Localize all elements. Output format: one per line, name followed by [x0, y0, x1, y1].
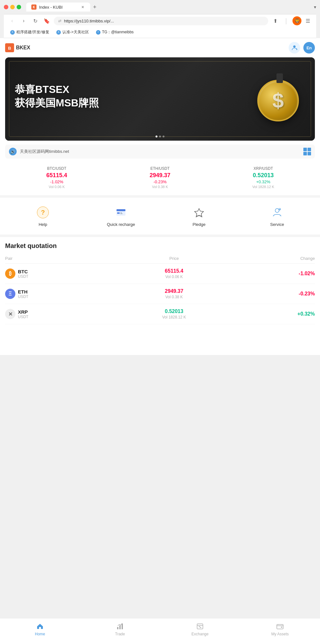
- reload-button[interactable]: ↻: [31, 16, 40, 25]
- nav-exchange-label: Exchange: [191, 632, 208, 636]
- market-preview-xrp[interactable]: XRP/USDT 0.52013 +0.32% Vol 1828.12 K: [212, 165, 315, 190]
- bookmark-item-3[interactable]: T TG：@tianmeibbs: [93, 29, 136, 36]
- svg-rect-20: [277, 624, 283, 629]
- bookmark-favicon-1: 天: [10, 30, 15, 35]
- coin-strap: [276, 73, 283, 83]
- app-logo: B BKEX: [5, 43, 30, 52]
- brave-icon[interactable]: 🦁: [292, 16, 301, 25]
- mp-eth-vol: Vol 0.38 K: [110, 185, 211, 189]
- banner-dot-2[interactable]: [159, 136, 161, 137]
- btc-vol: Vol 0.06 K: [118, 275, 230, 279]
- user-button[interactable]: [289, 42, 300, 54]
- app-wrapper: B BKEX En 恭喜BTSEX 获得美国MSB牌照 $: [0, 38, 320, 355]
- bookmark-label-3: TG：@tianmeibbs: [102, 29, 134, 35]
- banner-title-line2: 获得美国MSB牌照: [15, 96, 99, 110]
- menu-button[interactable]: ☰: [303, 16, 312, 25]
- tab-title: Index - KUBI: [39, 5, 63, 10]
- nav-trade[interactable]: Trade: [80, 621, 160, 638]
- action-quick-recharge[interactable]: Quick recharge: [83, 203, 159, 229]
- marquee-grid-button[interactable]: [303, 148, 311, 155]
- svg-text:B: B: [8, 46, 11, 51]
- header-right: En: [289, 42, 315, 54]
- banner-dot-3[interactable]: [163, 136, 164, 137]
- btc-coin-icon: ₿: [5, 268, 15, 279]
- bottom-nav: Home Trade Exchange: [0, 618, 320, 644]
- xrp-pair-cell: ✕ XRP USDT: [5, 309, 118, 319]
- svg-rect-11: [196, 215, 202, 216]
- maximize-button[interactable]: [17, 5, 21, 9]
- mp-btc-price: 65115.4: [6, 172, 107, 179]
- quick-recharge-icon: [114, 205, 128, 219]
- spacer-bottom: [0, 329, 320, 355]
- banner-coin: $: [257, 73, 302, 125]
- mp-btc-vol: Vol 0.06 K: [6, 185, 107, 189]
- mp-btc-pair: BTC/USDT: [6, 166, 107, 171]
- exchange-icon: [196, 622, 204, 631]
- bookmark-button[interactable]: 🔖: [42, 16, 51, 25]
- table-row[interactable]: ✕ XRP USDT 0.52013 Vol 1828.12 K +0.32%: [5, 304, 315, 324]
- logo-text: BKEX: [16, 45, 30, 51]
- mp-xrp-change: +0.32%: [213, 179, 314, 184]
- market-preview-eth[interactable]: ETH/USDT 2949.37 -0.23% Vol 0.38 K: [108, 165, 212, 190]
- eth-price: 2949.37: [118, 288, 230, 294]
- svg-point-12: [275, 209, 279, 212]
- svg-rect-9: [120, 212, 122, 213]
- grid-dot-3: [303, 152, 307, 155]
- action-quick-recharge-label: Quick recharge: [107, 222, 135, 227]
- xrp-quote: USDT: [18, 315, 28, 319]
- grid-dot-1: [303, 148, 307, 151]
- quick-actions: ? Help Quick recharge: [0, 198, 320, 237]
- xrp-change: +0.32%: [230, 311, 315, 317]
- market-section: Market quotation Pair Price Change ₿ BTC…: [0, 237, 320, 329]
- bookmark-item-1[interactable]: 天 程序搭建/开发/修复: [8, 29, 52, 36]
- share-button[interactable]: ⬆: [271, 16, 280, 25]
- eth-price-cell: 2949.37 Vol 0.38 K: [118, 288, 230, 299]
- eth-pair-cell: Ξ ETH USDT: [5, 289, 118, 299]
- bookmark-favicon-2: 天: [56, 30, 61, 35]
- eth-quote: USDT: [18, 294, 28, 299]
- table-row[interactable]: ₿ BTC USDT 65115.4 Vol 0.06 K -1.02%: [5, 264, 315, 284]
- action-pledge[interactable]: Pledge: [161, 203, 237, 229]
- svg-rect-8: [117, 212, 120, 214]
- market-preview-btc[interactable]: BTC/USDT 65115.4 -1.02% Vol 0.06 K: [5, 165, 108, 190]
- tab-close-button[interactable]: ✕: [80, 4, 85, 10]
- market-section-title: Market quotation: [5, 242, 315, 250]
- svg-rect-16: [122, 624, 123, 629]
- table-row[interactable]: Ξ ETH USDT 2949.37 Vol 0.38 K -0.23%: [5, 284, 315, 304]
- nav-home[interactable]: Home: [0, 621, 80, 638]
- svg-rect-10: [120, 213, 123, 214]
- address-bar[interactable]: ⇄ https://jys110.timibbs.vip/...: [54, 17, 268, 25]
- nav-my-assets[interactable]: My Assets: [240, 621, 320, 638]
- bkex-logo-icon: B: [5, 43, 14, 52]
- mp-btc-change: -1.02%: [6, 179, 107, 184]
- svg-rect-15: [119, 625, 121, 629]
- bookmark-item-2[interactable]: 天 认准->天美社区: [54, 29, 92, 36]
- svg-text:?: ?: [41, 209, 45, 216]
- nav-right-buttons: ⬆ | 🦁 ☰: [271, 16, 312, 25]
- xrp-price: 0.52013: [118, 309, 230, 314]
- close-button[interactable]: [4, 5, 8, 9]
- banner-dot-1[interactable]: [156, 136, 157, 137]
- nav-exchange[interactable]: Exchange: [160, 621, 240, 638]
- bookmark-favicon-3: T: [96, 30, 100, 35]
- btc-pair-cell: ₿ BTC USDT: [5, 268, 118, 279]
- banner-title-line1: 恭喜BTSEX: [15, 83, 99, 96]
- browser-chrome: K Index - KUBI ✕ + ▾ ‹ › ↻ 🔖 ⇄ https://j…: [0, 0, 320, 38]
- mp-xrp-vol: Vol 1828.12 K: [213, 185, 314, 189]
- language-button[interactable]: En: [303, 42, 315, 54]
- btc-quote: USDT: [18, 274, 28, 279]
- tab-chevron-icon[interactable]: ▾: [314, 4, 316, 10]
- coin-dollar-symbol: $: [272, 89, 284, 112]
- action-help-label: Help: [39, 222, 47, 227]
- minimize-button[interactable]: [10, 5, 15, 9]
- new-tab-button[interactable]: +: [90, 3, 99, 12]
- forward-button[interactable]: ›: [19, 16, 28, 25]
- back-button[interactable]: ‹: [8, 16, 17, 25]
- mp-eth-pair: ETH/USDT: [110, 166, 211, 171]
- action-service[interactable]: Service: [239, 203, 315, 229]
- active-tab[interactable]: K Index - KUBI ✕: [26, 3, 90, 12]
- col-price: Price: [118, 256, 230, 261]
- nav-my-assets-label: My Assets: [271, 632, 289, 636]
- svg-line-19: [199, 626, 201, 628]
- action-help[interactable]: ? Help: [5, 203, 81, 229]
